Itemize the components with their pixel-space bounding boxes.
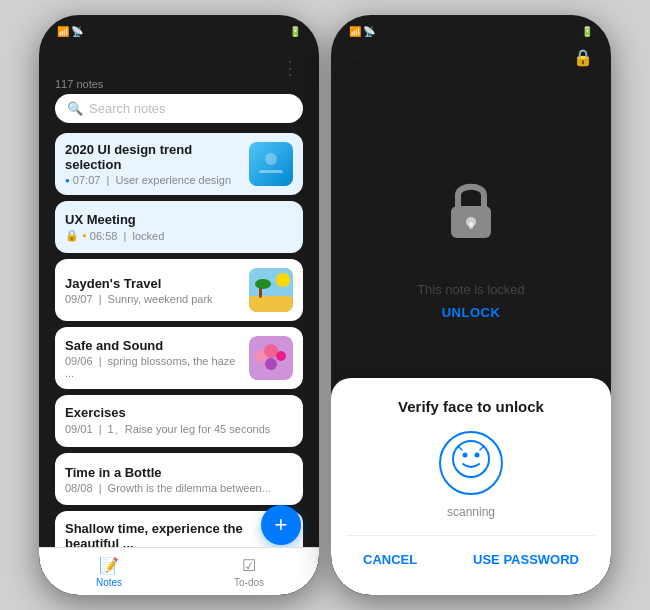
fab-button[interactable]: + (261, 505, 301, 545)
note-text-2: UX Meeting 🔒 ● 06:58 | locked (65, 212, 293, 242)
thumb-img-1 (249, 142, 293, 186)
svg-rect-2 (259, 170, 283, 173)
modal-title: Verify face to unlock (347, 398, 595, 415)
thumb-img-3 (249, 268, 293, 312)
note-text-6: Time in a Bottle 08/08 | Growth is the d… (65, 465, 293, 494)
search-icon: 🔍 (67, 101, 83, 116)
note-meta-6: 08/08 | Growth is the dilemma between... (65, 482, 293, 494)
right-signal-icons: 📶 📡 (349, 26, 375, 37)
signal-icon: 📶 (57, 26, 69, 37)
left-screen: 📶 📡 08:08 🔋 All notes ▼ 117 notes ⋮ (39, 15, 319, 595)
svg-point-12 (265, 358, 277, 370)
note-text-4: Safe and Sound 09/06 | spring blossoms, … (65, 338, 241, 379)
unlock-modal: Verify face to unlock scanning (331, 378, 611, 595)
dot-yellow-icon: ● (82, 231, 87, 240)
bottom-nav: 📝 Notes ☑ To-dos (39, 547, 319, 595)
battery-icon: 🔋 (289, 26, 301, 37)
todos-nav-label: To-dos (234, 577, 264, 588)
unlock-link[interactable]: UNLOCK (442, 305, 501, 320)
note-title-2: UX Meeting (65, 212, 293, 227)
battery-icon-r: 🔋 (581, 26, 593, 37)
note-meta-1: ● 07:07 | User experience design (65, 174, 241, 186)
nav-item-notes[interactable]: 📝 Notes (39, 556, 179, 588)
notes-count: 117 notes (55, 78, 165, 90)
search-placeholder: Search notes (89, 101, 166, 116)
locked-content: This note is locked UNLOCK (331, 75, 611, 415)
locked-header: ← 🔒 (331, 43, 611, 76)
big-lock-icon (436, 171, 506, 266)
note-title-4: Safe and Sound (65, 338, 241, 353)
lock-icon-small: 🔒 (65, 229, 79, 242)
todos-nav-icon: ☑ (242, 556, 256, 575)
svg-point-10 (264, 344, 278, 358)
list-item[interactable]: 2020 UI design trend selection ● 07:07 |… (55, 133, 303, 195)
search-bar[interactable]: 🔍 Search notes (55, 94, 303, 123)
svg-point-17 (463, 453, 468, 458)
modal-actions: CANCEL USE PASSWORD (347, 535, 595, 579)
wifi-icon-r: 📡 (363, 26, 375, 37)
svg-point-1 (265, 153, 277, 165)
right-screen: 📶 📡 08:08 🔋 ← 🔒 (331, 15, 611, 595)
dot-blue-icon: ● (65, 176, 70, 185)
list-item[interactable]: Jayden's Travel 09/07 | Sunny, weekend p… (55, 259, 303, 321)
left-battery: 🔋 (289, 26, 301, 37)
note-text-3: Jayden's Travel 09/07 | Sunny, weekend p… (65, 276, 241, 305)
svg-point-11 (276, 351, 286, 361)
right-battery: 🔋 (581, 26, 593, 37)
phones-container: 📶 📡 08:08 🔋 All notes ▼ 117 notes ⋮ (39, 15, 611, 595)
thumb-img-4 (249, 336, 293, 380)
face-scan-circle (439, 431, 503, 495)
nav-item-todos[interactable]: ☑ To-dos (179, 556, 319, 588)
notes-nav-icon: 📝 (99, 556, 119, 575)
cancel-button[interactable]: CANCEL (347, 544, 433, 575)
note-thumb-4 (249, 336, 293, 380)
svg-point-18 (475, 453, 480, 458)
note-title-6: Time in a Bottle (65, 465, 293, 480)
list-item[interactable]: Safe and Sound 09/06 | spring blossoms, … (55, 327, 303, 389)
more-icon[interactable]: ⋮ (277, 53, 303, 83)
wifi-icon: 📡 (71, 26, 83, 37)
notes-title-area: All notes ▼ 117 notes (55, 53, 165, 90)
left-signal-icons: 📶 📡 (57, 26, 83, 37)
note-text-1: 2020 UI design trend selection ● 07:07 |… (65, 142, 241, 186)
camera-pill-right (441, 23, 501, 41)
note-title-1: 2020 UI design trend selection (65, 142, 241, 172)
locked-note-text: This note is locked (417, 282, 525, 297)
svg-rect-4 (249, 296, 293, 312)
svg-point-5 (276, 273, 290, 287)
note-thumb-3 (249, 268, 293, 312)
note-meta-2: 🔒 ● 06:58 | locked (65, 229, 293, 242)
left-phone: 📶 📡 08:08 🔋 All notes ▼ 117 notes ⋮ (39, 15, 319, 595)
list-item[interactable]: Exercises 09/01 | 1、Raise your leg for 4… (55, 395, 303, 447)
right-phone: 📶 📡 08:08 🔋 ← 🔒 (331, 15, 611, 595)
note-title-3: Jayden's Travel (65, 276, 241, 291)
camera-pill (149, 23, 209, 41)
note-meta-5: 09/01 | 1、Raise your leg for 45 seconds (65, 422, 293, 437)
notes-header: All notes ▼ 117 notes ⋮ (55, 43, 303, 94)
face-scan-icon (452, 440, 490, 486)
notes-nav-label: Notes (96, 577, 122, 588)
scanning-text: scanning (347, 505, 595, 519)
signal-icon-r: 📶 (349, 26, 361, 37)
svg-rect-15 (469, 222, 473, 229)
note-thumb-1 (249, 142, 293, 186)
note-title-5: Exercises (65, 405, 293, 420)
note-text-5: Exercises 09/01 | 1、Raise your leg for 4… (65, 405, 293, 437)
note-meta-4: 09/06 | spring blossoms, the haze ... (65, 355, 241, 379)
lock-header-icon: 🔒 (573, 48, 593, 67)
list-item[interactable]: UX Meeting 🔒 ● 06:58 | locked (55, 201, 303, 253)
svg-point-7 (255, 279, 271, 289)
notes-title: All notes ▼ (55, 53, 165, 76)
note-meta-3: 09/07 | Sunny, weekend park (65, 293, 241, 305)
back-button[interactable]: ← (349, 47, 367, 68)
use-password-button[interactable]: USE PASSWORD (457, 544, 595, 575)
list-item[interactable]: Time in a Bottle 08/08 | Growth is the d… (55, 453, 303, 505)
